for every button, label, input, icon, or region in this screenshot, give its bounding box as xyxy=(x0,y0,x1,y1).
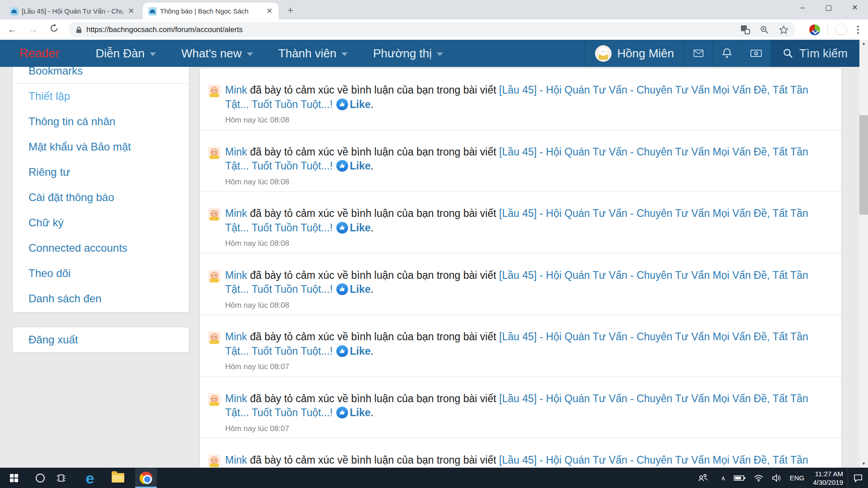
hidden-icons-button[interactable]: ∧ xyxy=(717,468,730,488)
actor-link[interactable]: Mink xyxy=(225,454,247,466)
reload-button[interactable] xyxy=(47,23,61,36)
sidebar-item[interactable]: Riêng tư xyxy=(13,160,189,185)
actor-link[interactable]: Mink xyxy=(225,331,247,343)
action-center-button[interactable] xyxy=(848,468,868,488)
translate-icon[interactable] xyxy=(741,25,750,34)
sidebar-item[interactable]: Thiết lập xyxy=(13,84,189,109)
like-reaction-icon[interactable] xyxy=(336,222,348,234)
sidebar-item[interactable]: Connected accounts xyxy=(13,235,189,261)
window-maximize-button[interactable]: ▢ xyxy=(816,0,842,16)
sidebar-item[interactable]: Chữ ký xyxy=(13,210,189,235)
scroll-down-arrow-icon[interactable]: ▼ xyxy=(859,460,868,468)
alerts-list: Mink đã bày tỏ cảm xúc về bình luận của … xyxy=(199,68,842,468)
window-minimize-button[interactable]: – xyxy=(789,0,816,16)
address-bar[interactable]: https://bachngocsach.com/forum/account/a… xyxy=(69,22,796,37)
scrollbar-thumb[interactable] xyxy=(859,115,868,215)
cortana-button[interactable] xyxy=(29,468,51,488)
task-view-button[interactable] xyxy=(51,468,73,488)
zoom-in-icon[interactable] xyxy=(760,25,769,34)
scroll-up-arrow-icon[interactable]: ▲ xyxy=(859,40,868,47)
member-avatar[interactable] xyxy=(208,455,221,467)
sidebar-item[interactable]: Mật khẩu và Bảo mật xyxy=(13,134,189,160)
member-avatar[interactable] xyxy=(208,331,221,344)
sidebar-item[interactable]: Thông tin cá nhân xyxy=(13,109,189,134)
alert-action-text: đã bày tỏ cảm xúc về bình luận của bạn t… xyxy=(250,331,496,343)
navbar-menu-label: What's new xyxy=(181,47,242,61)
actor-link[interactable]: Mink xyxy=(225,84,247,96)
alerts-button[interactable] xyxy=(712,40,741,67)
action-center-icon xyxy=(854,474,863,482)
volume-status[interactable] xyxy=(768,468,786,488)
window-close-button[interactable]: ✕ xyxy=(842,0,868,16)
settings-sidebar: Bookmarks Thiết lập Thông tin cá nhân Mậ… xyxy=(12,45,189,313)
sidebar-item-label: Chữ ký xyxy=(28,216,63,229)
browser-tab-active[interactable]: Thông báo | Bạch Ngọc Sách ✕ xyxy=(143,3,278,19)
like-label-link[interactable]: Like xyxy=(350,222,371,234)
inbox-button[interactable] xyxy=(684,40,712,67)
sidebar-item[interactable]: Danh sách đen xyxy=(13,286,189,311)
browser-profile-avatar[interactable] xyxy=(835,23,847,36)
back-button[interactable]: ← xyxy=(5,23,19,36)
idm-extension-icon[interactable] xyxy=(809,24,820,35)
like-label-link[interactable]: Like xyxy=(350,160,371,172)
navbar-menu-item[interactable]: What's new xyxy=(169,40,266,67)
actor-link[interactable]: Mink xyxy=(225,207,247,219)
people-button[interactable] xyxy=(693,468,712,488)
actor-link[interactable]: Mink xyxy=(225,393,247,404)
new-tab-button[interactable]: + xyxy=(288,5,293,16)
sidebar-item[interactable]: Theo dõi xyxy=(13,261,189,286)
forward-button[interactable]: → xyxy=(26,23,40,36)
bookmark-star-icon[interactable] xyxy=(779,25,788,34)
actor-link[interactable]: Mink xyxy=(225,269,247,281)
like-reaction-icon[interactable] xyxy=(336,283,348,295)
like-reaction-icon[interactable] xyxy=(336,99,348,110)
member-avatar[interactable] xyxy=(208,84,221,97)
alert-timestamp: Hôm nay lúc 08:08 xyxy=(225,301,841,310)
like-label-link[interactable]: Like xyxy=(350,407,371,418)
edge-button[interactable]: e xyxy=(79,468,101,488)
member-avatar[interactable] xyxy=(208,208,221,221)
people-icon xyxy=(698,473,708,483)
tab-close-icon[interactable]: ✕ xyxy=(127,6,136,16)
tab-title: Thông báo | Bạch Ngọc Sách xyxy=(160,7,261,15)
actor-link[interactable]: Mink xyxy=(225,146,247,158)
like-reaction-icon[interactable] xyxy=(336,160,348,172)
sentence-period: . xyxy=(371,222,373,234)
navbar-menu-item[interactable]: Thành viên xyxy=(266,40,361,67)
browser-tab-inactive[interactable]: [Lầu 45] - Hội Quán Tư Vấn - Chu ✕ xyxy=(5,3,140,19)
member-avatar[interactable] xyxy=(208,393,221,406)
logout-button[interactable]: Đăng xuất xyxy=(13,327,78,352)
battery-status[interactable] xyxy=(730,468,750,488)
network-status[interactable] xyxy=(750,468,768,488)
chevron-down-icon xyxy=(437,52,443,56)
page-scrollbar[interactable]: ▲ ▼ xyxy=(859,40,868,468)
credits-button[interactable]: 8 xyxy=(741,40,771,67)
tab-close-icon[interactable]: ✕ xyxy=(265,6,274,16)
member-avatar[interactable] xyxy=(208,146,221,159)
like-label-link[interactable]: Like xyxy=(350,283,371,295)
alert-text: Mink đã bày tỏ cảm xúc về bình luận của … xyxy=(225,438,833,468)
account-menu[interactable]: Hồng Miên xyxy=(585,40,684,67)
alert-timestamp: Hôm nay lúc 08:08 xyxy=(225,178,841,187)
like-label-link[interactable]: Like xyxy=(350,345,371,357)
search-button[interactable]: Tìm kiếm xyxy=(771,40,859,67)
brand-reader-link[interactable]: Reader xyxy=(19,47,60,61)
navbar-menu-item[interactable]: Diễn Đàn xyxy=(83,40,169,67)
start-button[interactable] xyxy=(3,468,25,488)
lock-icon xyxy=(76,26,82,33)
chevron-up-icon: ∧ xyxy=(721,474,726,482)
language-indicator[interactable]: ENG xyxy=(786,468,809,488)
cash-icon: 8 xyxy=(750,49,762,57)
alert-row: Mink đã bày tỏ cảm xúc về bình luận của … xyxy=(200,68,841,130)
chrome-taskbar-button[interactable] xyxy=(135,468,157,488)
sidebar-item[interactable]: Cài đặt thông báo xyxy=(13,185,189,210)
member-avatar[interactable] xyxy=(208,270,221,282)
like-reaction-icon[interactable] xyxy=(336,345,348,357)
browser-menu-button[interactable] xyxy=(854,26,862,34)
like-reaction-icon[interactable] xyxy=(336,407,348,418)
navbar-menu-item[interactable]: Phường thị xyxy=(360,40,456,67)
like-label-link[interactable]: Like xyxy=(350,99,371,110)
url-text[interactable]: https://bachngocsach.com/forum/account/a… xyxy=(86,25,741,34)
file-explorer-button[interactable] xyxy=(107,468,129,488)
taskbar-clock[interactable]: 11:27 AM 4/30/2019 xyxy=(808,469,848,487)
